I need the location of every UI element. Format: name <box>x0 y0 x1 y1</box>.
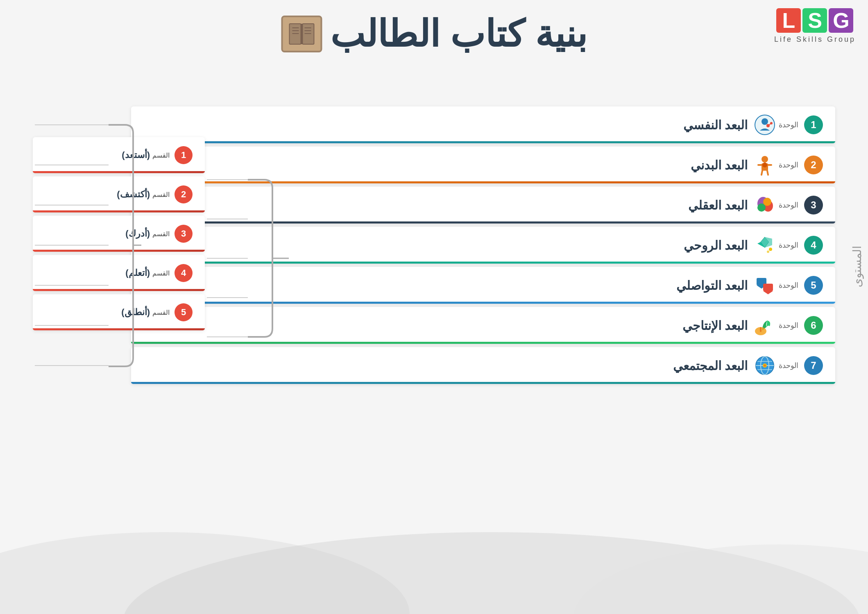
svg-point-13 <box>761 118 768 125</box>
middle-bracket-svg <box>207 162 289 395</box>
level-label: المستوى <box>850 246 864 287</box>
spiritual-icon <box>754 235 775 256</box>
svg-point-46 <box>764 364 766 367</box>
book-svg <box>287 22 316 46</box>
psychology-icon <box>754 114 775 135</box>
section-5-label: القسم <box>152 309 170 316</box>
communication-icon <box>754 275 775 296</box>
page-title: بنية كتاب الطالب <box>330 12 587 55</box>
svg-point-17 <box>761 156 768 163</box>
unit-6-badge: 6 <box>804 316 823 335</box>
logo-area: G S L Life Skills Group <box>774 8 856 44</box>
section-4-badge: 4 <box>175 264 193 282</box>
unit-5-badge: 5 <box>804 276 823 295</box>
book-icon <box>281 16 322 52</box>
unit-4-label: الوحدة <box>779 241 798 250</box>
unit-6-label: الوحدة <box>779 321 798 330</box>
section-1-badge: 1 <box>175 146 193 164</box>
section-4-label: القسم <box>152 269 170 277</box>
unit-3-label: الوحدة <box>779 201 798 210</box>
svg-point-16 <box>770 122 773 124</box>
unit-2-badge: 2 <box>804 156 823 174</box>
unit-7-badge: 7 <box>804 356 823 375</box>
unit-3-badge: 3 <box>804 196 823 214</box>
unit-1-badge: 1 <box>804 115 823 134</box>
unit-2-label: الوحدة <box>779 160 798 169</box>
logo-box: G S L <box>776 8 853 33</box>
main-content: 1 الوحدة البعد النفسي 2 الوحدة <box>0 82 868 614</box>
unit-5-label: الوحدة <box>779 281 798 290</box>
logo-letter-s: S <box>802 8 827 33</box>
community-icon <box>754 355 775 376</box>
section-2-badge: 2 <box>175 185 193 203</box>
svg-marker-37 <box>763 291 773 294</box>
svg-line-21 <box>761 171 762 175</box>
logo-subtitle: Life Skills Group <box>774 35 856 44</box>
logo-letter-g: G <box>829 8 853 33</box>
svg-rect-36 <box>763 284 773 291</box>
svg-point-27 <box>763 198 771 206</box>
svg-rect-39 <box>760 327 761 332</box>
right-bracket-svg <box>35 106 141 393</box>
unit-1-name: البعد النفسي <box>139 118 748 132</box>
unit-1-label: الوحدة <box>779 120 798 129</box>
section-2-label: القسم <box>152 191 170 199</box>
section-1-label: القسم <box>152 151 170 159</box>
page-title-area: بنية كتاب الطالب <box>281 12 587 55</box>
svg-point-33 <box>767 251 769 253</box>
productive-icon <box>754 315 775 336</box>
section-3-label: القسم <box>152 230 170 238</box>
unit-4-badge: 4 <box>804 236 823 255</box>
logo-letter-l: L <box>776 8 801 33</box>
mental-icon <box>754 194 775 216</box>
svg-line-22 <box>767 171 768 175</box>
unit-item-1: 1 الوحدة البعد النفسي <box>131 106 835 143</box>
svg-point-23 <box>762 163 767 167</box>
body-icon <box>754 154 775 176</box>
svg-point-32 <box>769 248 772 251</box>
section-5-badge: 5 <box>175 303 193 321</box>
section-3-badge: 3 <box>175 225 193 243</box>
unit-7-label: الوحدة <box>779 361 798 370</box>
